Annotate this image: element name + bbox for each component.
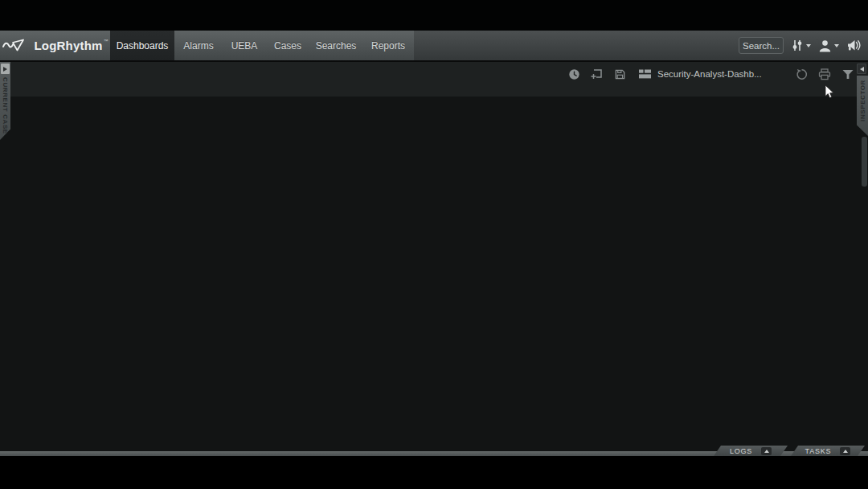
- arrow-right-icon: [3, 67, 7, 72]
- time-range-button[interactable]: [567, 67, 581, 81]
- megaphone-icon: [846, 39, 862, 52]
- filter-icon: [842, 69, 854, 80]
- logrhythm-wave-icon: [2, 38, 29, 53]
- chevron-down-icon: [834, 44, 839, 47]
- main-navbar: LogRhythm ™ Dashboards Alarms UEBA Cases…: [0, 31, 868, 60]
- printer-icon: [818, 68, 831, 80]
- tasks-label: TASKS: [805, 447, 832, 455]
- navbar-right-group: Search...: [739, 31, 862, 60]
- chevron-down-icon: [806, 44, 811, 47]
- tab-reports[interactable]: Reports: [362, 31, 414, 60]
- bottom-letterbox: [0, 456, 868, 489]
- logo-text: LogRhythm: [34, 39, 102, 52]
- tab-ueba[interactable]: UEBA: [223, 31, 266, 60]
- tab-dashboards[interactable]: Dashboards: [110, 31, 174, 60]
- expand-current-case-button[interactable]: [1, 64, 10, 74]
- undo-button[interactable]: [794, 67, 809, 81]
- collapse-inspector-button[interactable]: [857, 64, 866, 74]
- user-menu-button[interactable]: [818, 39, 839, 52]
- current-case-label: CURRENT CASE: [2, 77, 9, 134]
- dashboard-selector[interactable]: Security-Analyst-Dashb...: [639, 67, 762, 81]
- arrow-up-icon: [843, 450, 848, 453]
- filter-button[interactable]: [841, 67, 855, 81]
- settings-menu-button[interactable]: [791, 39, 811, 52]
- logs-drawer-tab[interactable]: LOGS: [714, 446, 788, 456]
- tasks-drawer-tab[interactable]: TASKS: [791, 446, 865, 456]
- logrhythm-logo[interactable]: LogRhythm ™: [0, 31, 110, 60]
- save-icon: [614, 68, 626, 80]
- vertical-scrollbar-thumb[interactable]: [862, 137, 867, 187]
- inspector-label: INSPECTOR: [859, 80, 866, 121]
- tab-searches[interactable]: Searches: [309, 31, 362, 60]
- expand-tasks-button[interactable]: [840, 447, 850, 455]
- window-top-strip: [0, 0, 868, 31]
- save-dashboard-button[interactable]: [612, 67, 627, 81]
- print-button[interactable]: [817, 67, 832, 81]
- sliders-icon: [791, 39, 804, 52]
- tab-alarms[interactable]: Alarms: [174, 31, 223, 60]
- dashboard-name: Security-Analyst-Dashb...: [657, 69, 762, 79]
- expand-logs-button[interactable]: [761, 447, 772, 455]
- search-button[interactable]: Search...: [739, 37, 784, 54]
- dashboard-toolbar: Security-Analyst-Dashb...: [0, 60, 868, 97]
- arrow-up-icon: [764, 450, 769, 453]
- user-icon: [818, 39, 832, 52]
- dashboard-layout-icon: [639, 69, 651, 79]
- logrhythm-app-window: LogRhythm ™ Dashboards Alarms UEBA Cases…: [0, 0, 868, 489]
- tab-cases[interactable]: Cases: [266, 31, 309, 60]
- navbar-left-group: LogRhythm ™ Dashboards Alarms UEBA Cases…: [0, 31, 414, 60]
- dashboard-content-area: [0, 97, 868, 451]
- announcements-button[interactable]: [846, 39, 862, 52]
- clock-icon: [568, 68, 580, 80]
- add-widget-button[interactable]: [589, 67, 604, 81]
- add-widget-icon: [590, 68, 603, 80]
- undo-icon: [796, 68, 808, 80]
- logs-label: LOGS: [730, 447, 752, 455]
- logo-trademark: ™: [104, 39, 108, 43]
- arrow-left-icon: [860, 67, 864, 72]
